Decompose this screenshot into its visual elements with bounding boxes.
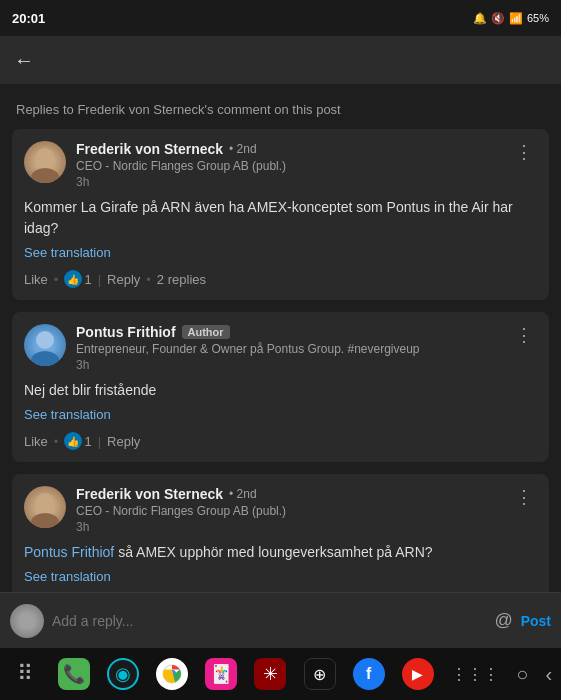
replies-header: Replies to Frederik von Sterneck's comme…	[0, 92, 561, 129]
see-translation-2[interactable]: See translation	[24, 407, 537, 422]
reply-button-2[interactable]: Reply	[107, 434, 140, 449]
comment-time-1: 3h	[76, 175, 286, 189]
more-button-1[interactable]: ⋮	[511, 141, 537, 163]
status-icons: 🔔 🔇 📶 65%	[473, 12, 549, 25]
see-translation-3[interactable]: See translation	[24, 569, 537, 584]
mention-link[interactable]: Pontus Frithiof	[24, 544, 114, 560]
like-button-1[interactable]: Like	[24, 272, 48, 287]
comment-body-3: Pontus Frithiof så AMEX upphör med loung…	[24, 542, 537, 563]
reaction-badge-1: 👍 1	[64, 270, 91, 288]
nav-youtube-app[interactable]: ▶	[402, 658, 434, 690]
author-title-2: Entrepreneur, Founder & Owner på Pontus …	[76, 342, 420, 356]
more-button-3[interactable]: ⋮	[511, 486, 537, 508]
replies-count-1[interactable]: 2 replies	[157, 272, 206, 287]
content-area: Replies to Frederik von Sterneck's comme…	[0, 84, 561, 592]
svg-point-3	[31, 351, 59, 366]
comment-actions-1: Like • 👍 1 | Reply • 2 replies	[24, 270, 537, 288]
like-icon-2: 👍	[64, 432, 82, 450]
bottom-nav: ⠿ 📞 ◉ 🃏 ✳ ⊕ f ▶ ⋮⋮⋮ ○ ‹	[0, 648, 561, 700]
author-name-2: Pontus Frithiof	[76, 324, 176, 340]
like-button-2[interactable]: Like	[24, 434, 48, 449]
reaction-count-1: 1	[84, 272, 91, 287]
nav-phone-app[interactable]: 📞	[58, 658, 90, 690]
reaction-badge-2: 👍 1	[64, 432, 91, 450]
avatar-pontus	[24, 324, 66, 366]
status-time: 20:01	[12, 11, 45, 26]
comment-card-3: Frederik von Sterneck • 2nd CEO - Nordic…	[12, 474, 549, 592]
author-title-1: CEO - Nordic Flanges Group AB (publ.)	[76, 159, 286, 173]
alarm-icon: 🔔	[473, 12, 487, 25]
comment-header-3: Frederik von Sterneck • 2nd CEO - Nordic…	[24, 486, 537, 534]
mute-icon: 🔇	[491, 12, 505, 25]
like-icon-1: 👍	[64, 270, 82, 288]
comment-body-1: Kommer La Girafe på ARN även ha AMEX-kon…	[24, 197, 537, 239]
comment-body-2: Nej det blir fristående	[24, 380, 537, 401]
avatar-frederik-1	[24, 141, 66, 183]
svg-point-2	[36, 331, 54, 349]
nav-circle-app[interactable]: ◉	[107, 658, 139, 690]
comment-header-1: Frederik von Sterneck • 2nd CEO - Nordic…	[24, 141, 537, 189]
comment-time-2: 3h	[76, 358, 420, 372]
input-bar: @ Post	[0, 592, 561, 648]
avatar-frederik-2	[24, 486, 66, 528]
back-button[interactable]: ←	[14, 49, 34, 72]
svg-point-0	[36, 148, 54, 166]
nav-grid-icon[interactable]: ⠿	[9, 658, 41, 690]
top-nav: ←	[0, 36, 561, 84]
author-badge: Author	[182, 325, 230, 339]
at-mention-button[interactable]: @	[494, 610, 512, 631]
reaction-count-2: 1	[84, 434, 91, 449]
svg-point-5	[31, 513, 59, 528]
post-button[interactable]: Post	[521, 613, 551, 629]
author-name-3: Frederik von Sterneck	[76, 486, 223, 502]
nav-home-icon[interactable]: ○	[516, 663, 528, 686]
author-title-3: CEO - Nordic Flanges Group AB (publ.)	[76, 504, 286, 518]
degree-1: • 2nd	[229, 142, 257, 156]
author-name-1: Frederik von Sterneck	[76, 141, 223, 157]
comment-actions-2: Like • 👍 1 | Reply	[24, 432, 537, 450]
svg-point-4	[36, 493, 54, 511]
nav-tiktok-app[interactable]: ⊕	[304, 658, 336, 690]
nav-back-icon[interactable]: ‹	[546, 663, 553, 686]
reply-button-1[interactable]: Reply	[107, 272, 140, 287]
nav-menu-icon[interactable]: ⋮⋮⋮	[451, 665, 499, 684]
comment-header-2: Pontus Frithiof Author Entrepreneur, Fou…	[24, 324, 537, 372]
comment-card-1: Frederik von Sterneck • 2nd CEO - Nordic…	[12, 129, 549, 300]
comment-card-2: Pontus Frithiof Author Entrepreneur, Fou…	[12, 312, 549, 462]
signal-icon: 📶	[509, 12, 523, 25]
see-translation-1[interactable]: See translation	[24, 245, 537, 260]
comment-time-3: 3h	[76, 520, 286, 534]
reply-input[interactable]	[52, 613, 486, 629]
battery-icon: 65%	[527, 12, 549, 24]
nav-card-app[interactable]: 🃏	[205, 658, 237, 690]
more-button-2[interactable]: ⋮	[511, 324, 537, 346]
user-avatar	[10, 604, 44, 638]
nav-facebook-app[interactable]: f	[353, 658, 385, 690]
status-bar: 20:01 🔔 🔇 📶 65%	[0, 0, 561, 36]
nav-chrome-app[interactable]	[156, 658, 188, 690]
degree-3: • 2nd	[229, 487, 257, 501]
svg-point-1	[31, 168, 59, 183]
nav-asterisk-app[interactable]: ✳	[254, 658, 286, 690]
